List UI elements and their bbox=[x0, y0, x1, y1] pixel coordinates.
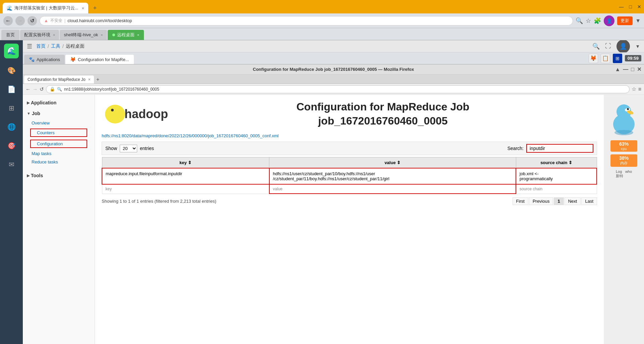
mem-widget: 38% 内存 bbox=[610, 154, 637, 167]
btn-first[interactable]: First bbox=[513, 197, 528, 205]
nav-job-section[interactable]: ▼ Job bbox=[25, 109, 92, 118]
sidebar-icon-grid[interactable]: ⊞ bbox=[5, 101, 18, 115]
vd-tab-config[interactable]: 🦊 Configuration for MapRe... bbox=[65, 55, 133, 64]
duck-svg bbox=[609, 99, 639, 136]
ff-menu-icon[interactable]: ≡ bbox=[638, 86, 641, 92]
td-source: job.xml <-programmatically bbox=[516, 168, 597, 184]
window-close[interactable]: ✕ bbox=[637, 4, 641, 9]
vd-header: ☰ 首页 / 工具 / 远程桌面 🔍 ⛶ 👤 ▼ bbox=[23, 40, 644, 52]
whole-layout: 🌊 海洋部落实验室 | 大数据学习云... × + — □ ✕ ← → ↺ ▲ … bbox=[0, 0, 644, 344]
nav-collapse-arrow: ▼ bbox=[27, 111, 31, 115]
nav-reduce-tasks[interactable]: Reduce tasks bbox=[25, 158, 92, 165]
header-search-icon[interactable]: 🔍 bbox=[592, 43, 600, 50]
search-label: Search: bbox=[507, 146, 524, 151]
sidebar-icon-palette[interactable]: 🎨 bbox=[5, 64, 18, 77]
tab-config-env[interactable]: 配置实验环境 × bbox=[20, 30, 59, 40]
btn-prev[interactable]: Previous bbox=[529, 197, 553, 205]
ff-tab-config[interactable]: Configuration for MapReduce Jo × bbox=[24, 76, 94, 84]
new-tab-btn[interactable]: + bbox=[90, 3, 100, 13]
ff-tab-close[interactable]: × bbox=[88, 77, 91, 82]
td-key: mapreduce.input.fileinputformat.inputdir bbox=[102, 168, 269, 184]
extensions-icon[interactable]: 🧩 bbox=[594, 17, 601, 24]
btn-last[interactable]: Last bbox=[581, 197, 597, 205]
ff-nav-refresh[interactable]: ↺ bbox=[40, 86, 44, 92]
vd-header-right: 🔍 ⛶ 👤 ▼ bbox=[592, 40, 640, 53]
ff-new-tab[interactable]: + bbox=[94, 76, 102, 84]
nav-counters[interactable]: Counters bbox=[30, 129, 87, 137]
user-avatar[interactable]: 👤 bbox=[616, 40, 630, 53]
tab-homepage[interactable]: 首页 bbox=[1, 30, 19, 40]
tab-config-env-close[interactable]: × bbox=[53, 33, 55, 37]
col-key[interactable]: key ⇕ bbox=[102, 157, 269, 168]
nav-configuration[interactable]: Configuration bbox=[30, 140, 87, 148]
ff-ctrl-maximize[interactable]: □ bbox=[631, 66, 634, 72]
ff-main-content: hadoop Configuration for MapReduce Job j… bbox=[95, 95, 604, 344]
sidebar-icon-target[interactable]: 🎯 bbox=[5, 139, 18, 152]
window-maximize[interactable]: □ bbox=[629, 4, 632, 9]
nav-application-label: Application bbox=[31, 100, 56, 105]
dropdown-arrow[interactable]: ▼ bbox=[635, 18, 641, 24]
ff-addr-bar: ← → ↺ 🔒 🔍 nn1:19888/jobhistory/conf/job_… bbox=[23, 84, 644, 95]
who-label: who bbox=[625, 169, 632, 179]
nav-tools-section[interactable]: ▶ Tools bbox=[25, 171, 92, 180]
nav-back[interactable]: ← bbox=[3, 16, 13, 26]
virtual-desktop-area: ☰ 首页 / 工具 / 远程桌面 🔍 ⛶ 👤 ▼ bbox=[23, 40, 644, 344]
nav-forward[interactable]: → bbox=[15, 16, 25, 26]
ff-ctrl-up[interactable]: ▲ bbox=[615, 66, 620, 72]
nav-refresh[interactable]: ↺ bbox=[28, 16, 37, 26]
breadcrumb-home[interactable]: 首页 bbox=[36, 43, 46, 49]
nav-overview[interactable]: Overview bbox=[25, 119, 92, 127]
active-browser-tab[interactable]: 🌊 海洋部落实验室 | 大数据学习云... × bbox=[3, 3, 88, 13]
browser-content-area: 🌊 🎨 📄 ⊞ 🌐 🎯 ✉ ☰ 首页 / 工具 / 远程桌 bbox=[0, 40, 644, 344]
btn-next[interactable]: Next bbox=[565, 197, 581, 205]
tab-shell-close[interactable]: × bbox=[101, 33, 103, 37]
search-input[interactable] bbox=[526, 144, 593, 153]
window-minimize[interactable]: — bbox=[619, 4, 624, 9]
header-expand-icon[interactable]: ⛶ bbox=[605, 43, 611, 50]
sidebar-icon-doc[interactable]: 📄 bbox=[5, 83, 18, 96]
tray-icon-2[interactable]: 📋 bbox=[601, 54, 610, 63]
address-input[interactable]: ▲ 不安全 | cloud.hainiubl.com/#/tool/deskto… bbox=[40, 16, 573, 26]
update-button[interactable]: 更新 bbox=[617, 16, 633, 25]
ff-nav-back[interactable]: ← bbox=[25, 86, 31, 92]
outer-app-tab-bar: 首页 配置实验环境 × shell终端-hive_ok × 远程桌面 × bbox=[0, 28, 644, 40]
vd-tab-applications[interactable]: 🐾 Applications bbox=[24, 55, 65, 64]
ff-ctrl-minimize[interactable]: — bbox=[623, 66, 628, 72]
sidebar-icon-paper[interactable]: ✉ bbox=[5, 158, 18, 171]
ff-bookmark-icon[interactable]: ☆ bbox=[632, 86, 636, 92]
col-value[interactable]: value ⇕ bbox=[269, 157, 516, 168]
mem-label: 内存 bbox=[614, 161, 634, 166]
tab-remote-close[interactable]: × bbox=[137, 33, 139, 37]
page-title: Configuration for MapReduce Job job_1672… bbox=[169, 100, 597, 128]
star-icon[interactable]: ☆ bbox=[586, 17, 591, 24]
search-icon[interactable]: 🔍 bbox=[576, 17, 583, 24]
profile-avatar[interactable]: 👤 bbox=[604, 15, 614, 26]
breadcrumb-tools[interactable]: 工具 bbox=[51, 43, 60, 49]
showing-text: Showing 1 to 1 of 1 entries (filtered fr… bbox=[102, 199, 216, 204]
tab-close[interactable]: × bbox=[82, 6, 84, 11]
applications-tab-icon: 🐾 bbox=[29, 57, 35, 62]
col-source[interactable]: source chain ⇕ bbox=[516, 157, 597, 168]
btn-page1[interactable]: 1 bbox=[554, 197, 564, 205]
nav-map-tasks[interactable]: Map tasks bbox=[25, 150, 92, 157]
address-text: cloud.hainiubl.com/#/tool/desktop bbox=[67, 18, 132, 23]
cpu-value: 63% bbox=[614, 141, 634, 147]
tab-remote-desktop[interactable]: 远程桌面 × bbox=[108, 30, 144, 40]
sidebar-icon-globe[interactable]: 🌐 bbox=[5, 120, 18, 134]
firefox-tray-icon[interactable]: 🦊 bbox=[589, 54, 598, 63]
user-dropdown[interactable]: ▼ bbox=[635, 44, 640, 49]
nav-application-section[interactable]: ▶ Application bbox=[25, 98, 92, 107]
conf-link[interactable]: hdfs://ns1:8020/data/mapred/done/2022/12… bbox=[102, 133, 279, 138]
ff-nav-forward[interactable]: → bbox=[33, 86, 38, 92]
right-widgets-panel: 63% cpu 38% 内存 Log新特 who bbox=[604, 95, 644, 344]
tray-labels: Log新特 who bbox=[616, 169, 632, 179]
tab-shell[interactable]: shell终端-hive_ok × bbox=[60, 30, 107, 40]
breadcrumb-current: 远程桌面 bbox=[66, 43, 85, 49]
ff-addr-input-wrap[interactable]: 🔒 🔍 nn1:19888/jobhistory/conf/job_167201… bbox=[46, 85, 630, 93]
show-label: Show bbox=[105, 146, 117, 151]
ff-ctrl-close[interactable]: ✕ bbox=[637, 66, 641, 72]
entries-select[interactable]: 20 50 100 bbox=[120, 145, 137, 152]
hamburger-icon[interactable]: ☰ bbox=[27, 43, 32, 50]
firefox-window: Configuration for MapReduce Job job_1672… bbox=[23, 64, 644, 344]
tray-icon-grid[interactable]: ⊞ bbox=[613, 54, 622, 63]
